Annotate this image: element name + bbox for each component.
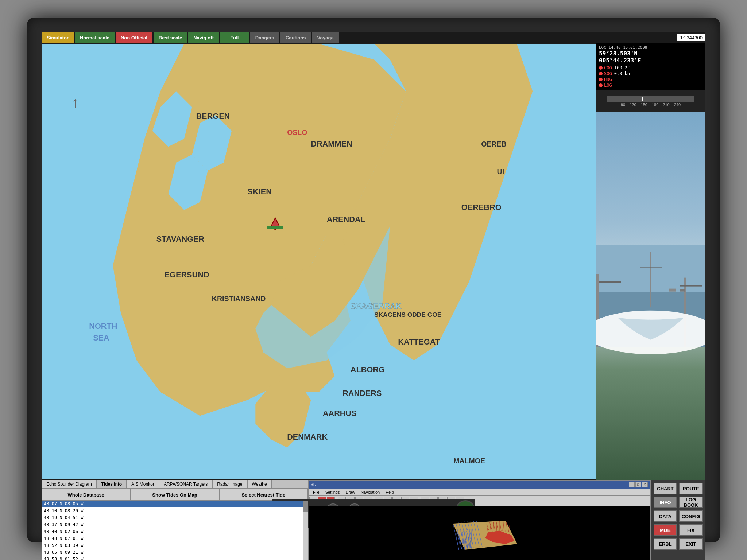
svg-rect-45 — [680, 289, 685, 292]
tabs-row: Echo Sounder Diagram Tides Info AIS Moni… — [42, 480, 308, 489]
simulator-button[interactable]: Simulator — [42, 32, 74, 43]
tab-echo-sounder[interactable]: Echo Sounder Diagram — [42, 480, 97, 488]
normal-scale-button[interactable]: Normal scale — [75, 32, 115, 43]
tide-list-container: 48 07 N 08 05 W48 10 N 08 20 W48 19 N 04… — [42, 501, 308, 560]
compass-bar: 90 120 150 180 210 240 — [596, 90, 705, 112]
btn-row-1: CHART ROUTE — [654, 483, 703, 494]
monitor: Simulator Normal scale Non Official Best… — [27, 18, 720, 542]
svg-text:OEREB: OEREB — [481, 140, 506, 148]
exit-button[interactable]: EXIT — [679, 538, 703, 550]
tab-ais-monitor[interactable]: AIS Monitor — [127, 480, 159, 488]
info-button[interactable]: INFO — [654, 497, 677, 508]
svg-rect-44 — [673, 285, 673, 289]
compass-210: 210 — [663, 102, 669, 107]
tab-radar-image[interactable]: Radar Image — [212, 480, 247, 488]
config-button[interactable]: CONFIG — [679, 510, 703, 522]
tab-tides-info[interactable]: Tides Info — [97, 480, 127, 488]
tide-list-item[interactable]: 48 52 N 03 39 W — [42, 542, 308, 549]
minimize-button[interactable]: _ — [629, 482, 635, 487]
non-official-button[interactable]: Non Official — [116, 32, 152, 43]
whole-database-button[interactable]: Whole Database — [42, 489, 130, 501]
right-buttons-panel: CHART ROUTE INFO LOG BOOK DATA CONFIG MD… — [651, 480, 705, 560]
svg-text:ARENDAL: ARENDAL — [327, 215, 365, 224]
bottom-section: Echo Sounder Diagram Tides Info AIS Moni… — [42, 480, 705, 560]
svg-text:SKIEN: SKIEN — [248, 187, 272, 196]
cautions-button[interactable]: Cautions — [280, 32, 311, 43]
svg-text:DENMARK: DENMARK — [287, 432, 328, 442]
svg-text:OSLO: OSLO — [287, 128, 307, 136]
voyage-button[interactable]: Voyage — [312, 32, 338, 43]
tide-list-item[interactable]: 48 07 N 08 05 W — [42, 501, 308, 508]
svg-text:KRISTIANSAND: KRISTIANSAND — [212, 295, 266, 303]
svg-rect-37 — [599, 281, 621, 283]
svg-rect-39 — [680, 285, 702, 287]
svg-rect-41 — [650, 252, 651, 307]
gps-lat: 59°28.503'N — [599, 50, 703, 57]
tab-arpa-sonar[interactable]: ARPA/SONAR Targets — [159, 480, 212, 488]
logbook-button[interactable]: LOG BOOK — [679, 497, 703, 508]
tide-list-item[interactable]: 48 19 N 04 51 W — [42, 514, 308, 521]
map-container[interactable]: BERGEN DRAMMEN SKIEN STAVANGER EGERSUND … — [42, 43, 596, 480]
dangers-button[interactable]: Dangers — [250, 32, 279, 43]
window-menubar: File Settings Draw Navigation Help — [309, 489, 650, 496]
window-3d-titlebar: 3D _ □ ✕ — [309, 481, 650, 489]
tide-list-item[interactable]: 48 10 N 08 20 W — [42, 508, 308, 514]
tabs-panel: Echo Sounder Diagram Tides Info AIS Moni… — [42, 480, 308, 560]
navig-off-button[interactable]: Navig off — [188, 32, 219, 43]
tide-scrollbar-thumb[interactable] — [303, 501, 308, 512]
btn-row-5: ERBL EXIT — [654, 538, 703, 550]
svg-rect-33 — [267, 226, 283, 229]
log-label: LOG — [604, 83, 612, 88]
main-area: BERGEN DRAMMEN SKIEN STAVANGER EGERSUND … — [42, 43, 705, 480]
cog-indicator — [599, 66, 603, 70]
tide-list-item[interactable]: 48 58 N 01 52 W — [42, 556, 308, 560]
svg-text:KATTEGAT: KATTEGAT — [398, 337, 440, 346]
svg-text:AARHUS: AARHUS — [323, 409, 357, 418]
log-indicator — [599, 83, 603, 87]
menu-file[interactable]: File — [310, 489, 322, 495]
window-3d-title: 3D — [311, 482, 316, 487]
cog-value: 163.2° — [614, 65, 630, 70]
svg-text:EGERSUND: EGERSUND — [165, 270, 209, 279]
svg-text:BERGEN: BERGEN — [196, 112, 230, 121]
svg-rect-42 — [640, 267, 662, 268]
sog-label: SOG — [604, 71, 612, 76]
svg-text:SKAGERRAK: SKAGERRAK — [351, 302, 402, 311]
tab-weather[interactable]: Weathe — [247, 480, 272, 488]
chart-button[interactable]: CHART — [654, 483, 677, 494]
sog-value: 0.0 kn — [614, 71, 630, 76]
hdg-indicator — [599, 78, 603, 81]
show-tides-map-button[interactable]: Show Tides On Map — [130, 489, 219, 501]
menu-settings[interactable]: Settings — [322, 489, 343, 495]
fix-button[interactable]: FIX — [679, 524, 703, 536]
tide-list-item[interactable]: 48 65 N 09 21 W — [42, 549, 308, 556]
btn-row-3: DATA CONFIG — [654, 510, 703, 522]
data-button[interactable]: DATA — [654, 510, 677, 522]
maximize-button[interactable]: □ — [635, 482, 641, 487]
mdb-button[interactable]: MDB — [654, 524, 677, 536]
tide-list-item[interactable]: 48 37 N 09 42 W — [42, 521, 308, 528]
svg-text:DRAMMEN: DRAMMEN — [311, 139, 352, 148]
tide-list-item[interactable]: 48 40 N 02 06 W — [42, 528, 308, 535]
menu-draw[interactable]: Draw — [342, 489, 358, 495]
hdg-label: HDG — [604, 77, 612, 82]
compass-120: 120 — [630, 102, 636, 107]
svg-text:MALMOE: MALMOE — [453, 457, 485, 465]
right-panel: LOC 14:40 15.01.2008 59°28.503'N 005°44.… — [596, 43, 705, 480]
full-button[interactable]: Full — [220, 32, 249, 43]
close-button[interactable]: ✕ — [642, 482, 648, 487]
compass-scale: 90 120 150 180 210 240 — [621, 102, 681, 107]
tide-scrollbar[interactable] — [303, 501, 308, 560]
tide-list-item[interactable]: 48 48 N 07 01 W — [42, 535, 308, 542]
erbl-button[interactable]: ERBL — [654, 538, 677, 550]
gps-time: LOC 14:40 15.01.2008 — [599, 45, 703, 50]
gps-info-panel: LOC 14:40 15.01.2008 59°28.503'N 005°44.… — [596, 43, 705, 90]
menu-help[interactable]: Help — [383, 489, 397, 495]
btn-row-2: INFO LOG BOOK — [654, 497, 703, 508]
svg-text:RANDERS: RANDERS — [342, 389, 382, 398]
best-scale-button[interactable]: Best scale — [154, 32, 187, 43]
tide-list: 48 07 N 08 05 W48 10 N 08 20 W48 19 N 04… — [42, 501, 308, 560]
svg-text:OEREBRO: OEREBRO — [461, 203, 502, 212]
route-button[interactable]: ROUTE — [679, 483, 703, 494]
menu-navigation[interactable]: Navigation — [358, 489, 383, 495]
